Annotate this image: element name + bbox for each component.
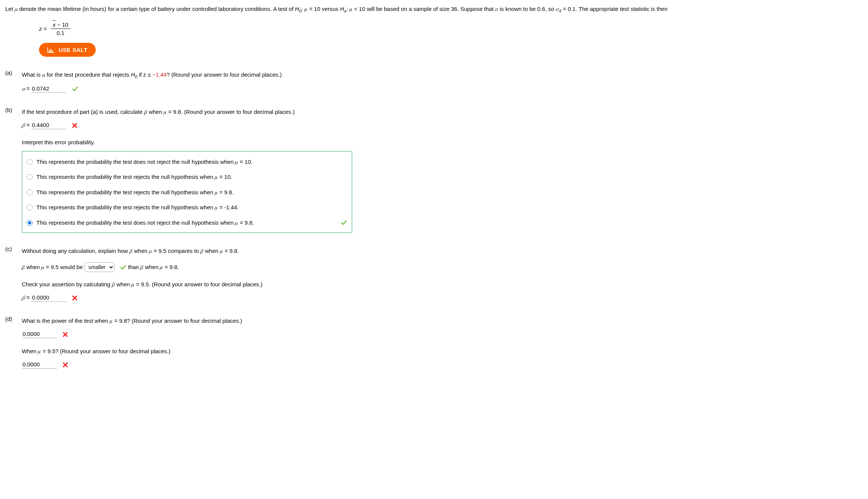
text: : 𝜇 < 10 will be based on a sample of si…: [347, 6, 556, 12]
option-radio-2[interactable]: [27, 189, 33, 195]
part-c-label: (c): [5, 246, 16, 303]
part-b-label: (b): [5, 107, 16, 233]
x-icon: [72, 122, 78, 129]
part-c: (c) Without doing any calculation, expla…: [5, 246, 863, 303]
Ha: Ha: [340, 6, 347, 12]
text: Let: [5, 6, 15, 12]
alpha-label: 𝛼 =: [22, 85, 30, 92]
check-icon: [72, 86, 78, 92]
mu: 𝜇: [15, 6, 18, 12]
beta-label: 𝛽 =: [22, 294, 30, 301]
salt-label: USE SALT: [59, 47, 87, 53]
svg-rect-0: [49, 50, 50, 52]
H0: H0: [295, 6, 301, 12]
beta-label: 𝛽 =: [22, 122, 30, 128]
text: denote the mean lifetime (in hours) for …: [18, 6, 295, 12]
text: : 𝜇 = 10 versus: [301, 6, 340, 12]
svg-rect-2: [52, 50, 53, 52]
check-icon: [341, 219, 347, 230]
check-icon: [120, 264, 127, 271]
z-equals: z =: [39, 26, 47, 32]
question: Without doing any calculation, explain h…: [22, 246, 863, 257]
interpret-label: Interpret this error probability.: [22, 137, 863, 148]
part-a-label: (a): [5, 70, 16, 94]
use-salt-button[interactable]: USE SALT: [39, 43, 96, 57]
option-label-4[interactable]: This represents the probability the test…: [36, 218, 254, 228]
neg-value: −1.44: [152, 71, 167, 78]
sigma-xbar: 𝜎x̄: [556, 6, 561, 12]
text: 𝛽 when 𝜇 = 9.5 would be: [22, 264, 84, 270]
check-assertion: Check your assertion by calculating 𝛽 wh…: [22, 279, 863, 290]
text: if z ≤: [137, 71, 152, 78]
option-radio-4[interactable]: [27, 220, 33, 226]
H0: H0: [131, 71, 137, 78]
svg-rect-1: [50, 48, 51, 52]
x-icon: [62, 331, 68, 337]
part-a: (a) What is 𝛼 for the test procedure tha…: [5, 70, 863, 94]
option-radio-0[interactable]: [27, 159, 33, 165]
power-input-2[interactable]: [22, 360, 57, 369]
denominator: 0.1: [51, 29, 71, 36]
option-label-1[interactable]: This represents the probability the test…: [36, 172, 232, 183]
minus-ten: − 10: [56, 21, 68, 28]
beta-input-b[interactable]: [31, 121, 66, 129]
xbar: x: [53, 21, 56, 28]
option-radio-1[interactable]: [27, 174, 33, 180]
interpret-options: This represents the probability the test…: [22, 151, 352, 233]
text: What is 𝛼 for the test procedure that re…: [22, 71, 131, 78]
test-statistic-formula: z = x − 10 0.1: [5, 15, 863, 43]
question-2: When 𝜇 = 9.5? (Round your answer to four…: [22, 346, 863, 357]
part-b: (b) If the test procedure of part (a) is…: [5, 107, 863, 233]
question: What is the power of the test when 𝜇 = 9…: [22, 316, 863, 327]
option-radio-3[interactable]: [27, 204, 33, 210]
problem-intro: Let 𝜇 denote the mean lifetime (in hours…: [5, 4, 863, 15]
beta-input-c[interactable]: [31, 293, 66, 302]
alpha-input[interactable]: [31, 85, 66, 93]
compare-dropdown[interactable]: smaller: [84, 262, 115, 272]
option-label-2[interactable]: This represents the probability the test…: [36, 187, 234, 198]
text: than 𝛽 when 𝜇 = 9.8.: [128, 264, 179, 270]
x-icon: [62, 362, 68, 368]
power-input-1[interactable]: [22, 330, 57, 338]
x-icon: [72, 295, 78, 301]
option-label-0[interactable]: This represents the probability the test…: [36, 157, 252, 168]
question: If the test procedure of part (a) is use…: [22, 107, 863, 118]
text: ? (Round your answer to four decimal pla…: [167, 71, 282, 78]
part-d: (d) What is the power of the test when 𝜇…: [5, 316, 863, 370]
option-label-3[interactable]: This represents the probability the test…: [36, 202, 239, 213]
salt-bar-chart-icon: [47, 47, 55, 53]
text: = 0.1. The appropriate test statistic is…: [561, 6, 668, 12]
part-d-label: (d): [5, 316, 16, 370]
